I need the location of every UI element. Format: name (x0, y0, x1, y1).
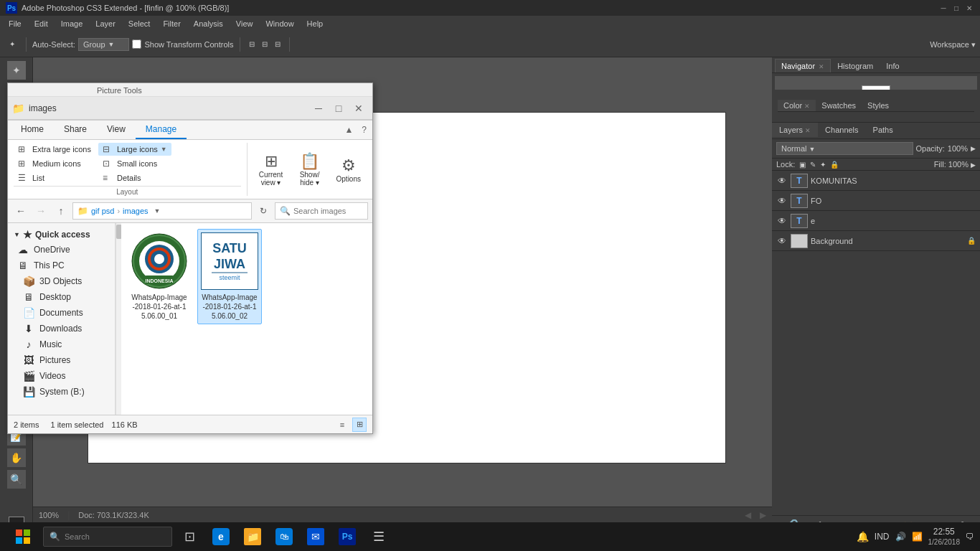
nav-pictures[interactable]: 🖼 Pictures (8, 352, 115, 368)
small-icons-btn[interactable]: ⊡ Small icons (98, 157, 171, 170)
move-tool-btn[interactable]: ✦ (4, 38, 20, 50)
file-item-02[interactable]: SATU JIWA steemit WhatsApp-Image-2018-01… (197, 229, 262, 324)
exp-close-btn[interactable]: ✕ (349, 99, 368, 118)
menu-edit[interactable]: Edit (29, 18, 54, 29)
extra-large-icons-btn[interactable]: ⊞ Extra large icons (14, 143, 95, 156)
nav-back-btn[interactable]: ← (12, 202, 29, 220)
layer-eye-e[interactable]: 👁 (776, 215, 788, 227)
exp-expand-ribbon-btn[interactable]: ▲ (341, 123, 356, 136)
taskbar-ps-btn[interactable]: Ps (333, 522, 362, 551)
list-btn[interactable]: ☰ List (14, 171, 95, 184)
zoom-tool[interactable]: 🔍 (7, 470, 26, 489)
layer-item-komunitas[interactable]: 👁 T KOMUNITAS (772, 171, 980, 191)
taskbar-store-btn[interactable]: 🛍 (270, 522, 298, 551)
tab-paths[interactable]: Paths (866, 123, 900, 138)
ps-minimize-btn[interactable]: ─ (938, 3, 948, 13)
hand-tool[interactable]: ✋ (7, 448, 26, 467)
taskbar-clock[interactable]: 22:55 1/26/2018 (928, 527, 961, 547)
transform-checkbox-input[interactable] (132, 39, 141, 49)
layer-eye-background[interactable]: 👁 (776, 235, 788, 247)
tab-histogram[interactable]: Histogram (831, 59, 880, 72)
tab-layers[interactable]: Layers ✕ (772, 123, 818, 138)
opacity-arrow[interactable]: ▶ (971, 145, 976, 152)
layer-item-e[interactable]: 👁 T e (772, 211, 980, 231)
details-btn[interactable]: ≡ Details (98, 171, 171, 184)
lock-move-icon[interactable]: ✦ (820, 161, 826, 169)
view-large-btn[interactable]: ⊞ (352, 418, 367, 432)
align-right-btn[interactable]: ⊟ (272, 39, 283, 50)
taskbar-apps-btn[interactable]: ☰ (364, 522, 393, 551)
layer-eye-fo[interactable]: 👁 (776, 195, 788, 207)
task-view-btn[interactable]: ⊡ (175, 522, 204, 551)
menu-view[interactable]: View (230, 18, 259, 29)
tab-color[interactable]: Color ✕ (778, 100, 816, 111)
current-view-btn[interactable]: ⊞ Currentview ▾ (253, 149, 289, 189)
align-left-btn[interactable]: ⊟ (246, 39, 258, 50)
breadcrumb-gif-psd[interactable]: gif psd (91, 207, 114, 215)
menu-file[interactable]: File (3, 18, 27, 29)
menu-layer[interactable]: Layer (90, 18, 121, 29)
nav-videos[interactable]: 🎬 Videos (8, 368, 115, 384)
taskbar-notifications-panel-btn[interactable]: 🗨 (966, 532, 974, 542)
status-scroll-left[interactable]: ◀ (745, 510, 751, 520)
tab-manage[interactable]: Manage (136, 121, 187, 139)
taskbar-lang[interactable]: IND (875, 532, 890, 542)
nav-system-b[interactable]: 💾 System (B:) (8, 384, 115, 400)
workspace-btn[interactable]: Workspace ▾ (930, 39, 976, 50)
tab-view[interactable]: View (97, 121, 136, 139)
large-icons-btn[interactable]: ⊟ Large icons ▼ (98, 143, 171, 156)
nav-desktop[interactable]: 🖥 Desktop (8, 289, 115, 305)
color-close-icon[interactable]: ✕ (804, 103, 810, 110)
taskbar-explorer-btn[interactable]: 📁 (238, 522, 267, 551)
search-input[interactable] (293, 207, 363, 215)
layer-item-background[interactable]: 👁 Background 🔒 (772, 231, 980, 251)
taskbar-search-bar[interactable]: 🔍 Search (43, 527, 172, 547)
start-button[interactable] (6, 522, 40, 551)
tab-info[interactable]: Info (880, 59, 905, 72)
tab-share[interactable]: Share (54, 121, 97, 139)
taskbar-sound-icon[interactable]: 🔊 (895, 532, 906, 542)
tab-navigator[interactable]: Navigator ✕ (775, 59, 831, 72)
breadcrumb-dropdown[interactable]: ▼ (154, 207, 161, 215)
exp-address-input[interactable]: 📁 gif psd › images ▼ (72, 202, 252, 220)
view-details-btn[interactable]: ≡ (335, 418, 349, 432)
auto-select-dropdown[interactable]: Group▼ (78, 38, 130, 51)
fill-arrow[interactable]: ▶ (971, 161, 976, 169)
menu-analysis[interactable]: Analysis (188, 18, 229, 29)
tab-channels[interactable]: Channels (818, 123, 865, 138)
menu-help[interactable]: Help (301, 18, 329, 29)
lock-all-icon[interactable]: 🔒 (830, 161, 839, 169)
nav-this-pc[interactable]: 🖥 This PC (8, 258, 115, 273)
exp-help-btn[interactable]: ? (359, 123, 369, 136)
layers-blend-mode-dropdown[interactable]: Normal ▼ (776, 142, 913, 155)
exp-maximize-btn[interactable]: □ (329, 99, 348, 118)
breadcrumb-images[interactable]: images (123, 207, 148, 215)
layer-item-fo[interactable]: 👁 T FO (772, 191, 980, 211)
status-scroll-right[interactable]: ▶ (760, 510, 766, 520)
tab-home[interactable]: Home (11, 121, 54, 139)
tab-swatches[interactable]: Swatches (816, 100, 862, 111)
exp-search-box[interactable]: 🔍 (275, 202, 368, 220)
menu-window[interactable]: Window (260, 18, 299, 29)
medium-icons-btn[interactable]: ⊞ Medium icons (14, 157, 95, 170)
nav-forward-btn[interactable]: → (32, 202, 50, 220)
show-transform-checkbox[interactable]: Show Transform Controls (132, 39, 233, 49)
nav-music[interactable]: ♪ Music (8, 336, 115, 352)
exp-refresh-btn[interactable]: ↻ (255, 202, 272, 220)
taskbar-mail-btn[interactable]: ✉ (301, 522, 330, 551)
nav-scrollbar[interactable] (116, 223, 121, 415)
taskbar-edge-btn[interactable]: e (207, 522, 235, 551)
taskbar-notifications-icon[interactable]: 🔔 (857, 531, 869, 542)
taskbar-network-icon[interactable]: 📶 (912, 532, 923, 542)
nav-downloads[interactable]: ⬇ Downloads (8, 321, 115, 336)
layers-close-icon[interactable]: ✕ (805, 127, 811, 134)
menu-filter[interactable]: Filter (157, 18, 186, 29)
nav-quick-access-header[interactable]: ▼ ★ Quick access (8, 226, 115, 242)
options-btn[interactable]: ⚙ Options (331, 154, 367, 186)
ps-close-btn[interactable]: ✕ (964, 3, 974, 13)
menu-image[interactable]: Image (55, 18, 89, 29)
move-tool[interactable]: ✦ (7, 61, 26, 80)
ps-maximize-btn[interactable]: □ (951, 3, 961, 13)
nav-3d-objects[interactable]: 📦 3D Objects (8, 273, 115, 289)
menu-select[interactable]: Select (123, 18, 156, 29)
